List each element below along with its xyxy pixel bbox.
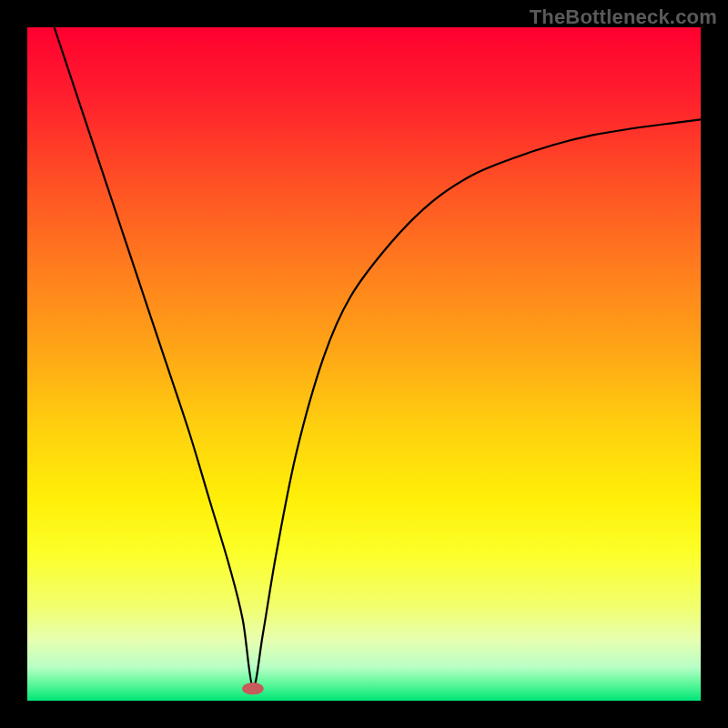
chart-stage: TheBottleneck.com bbox=[0, 0, 728, 728]
svg-rect-0 bbox=[27, 27, 701, 701]
watermark-text: TheBottleneck.com bbox=[530, 5, 717, 29]
background-gradient bbox=[27, 27, 701, 701]
plot-area bbox=[27, 27, 701, 701]
